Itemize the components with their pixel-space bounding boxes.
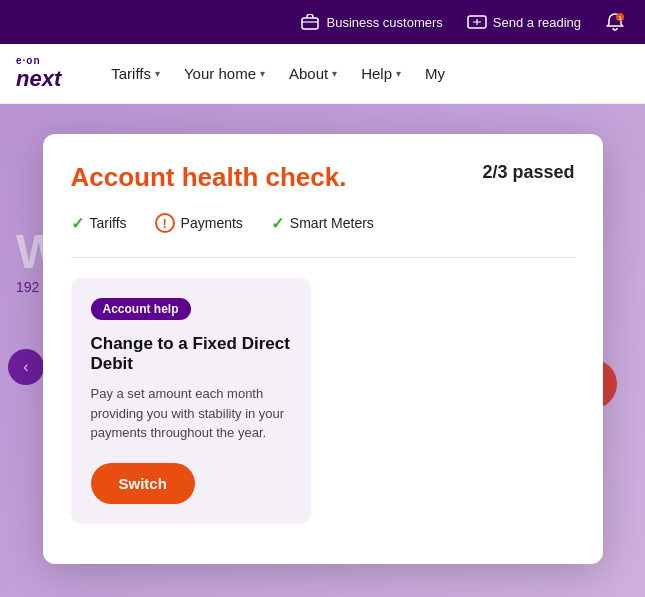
nav-tariffs-label: Tariffs [111, 65, 151, 82]
modal-score: 2/3 passed [482, 162, 574, 183]
chevron-down-icon: ▾ [260, 68, 265, 79]
business-customers-link[interactable]: Business customers [300, 12, 442, 32]
switch-button[interactable]: Switch [91, 463, 195, 504]
send-reading-label: Send a reading [493, 15, 581, 30]
health-check-modal: Account health check. 2/3 passed ✓ Tarif… [43, 134, 603, 564]
logo-eon: e·on [16, 55, 61, 66]
modal-checks: ✓ Tariffs ! Payments ✓ Smart Meters [71, 213, 575, 233]
modal-title: Account health check. [71, 162, 347, 193]
check-payments-label: Payments [181, 215, 243, 231]
chevron-down-icon: ▾ [396, 68, 401, 79]
check-tariffs-label: Tariffs [90, 215, 127, 231]
business-customers-label: Business customers [326, 15, 442, 30]
nav-tariffs[interactable]: Tariffs ▾ [101, 57, 170, 90]
logo-next: next [16, 66, 61, 92]
card-description: Pay a set amount each month providing yo… [91, 384, 291, 443]
card-tag: Account help [91, 298, 191, 320]
check-tariffs: ✓ Tariffs [71, 214, 127, 233]
card-title: Change to a Fixed Direct Debit [91, 334, 291, 374]
modal-overlay: Account health check. 2/3 passed ✓ Tarif… [0, 104, 645, 597]
notification-wrapper: 1 [605, 12, 625, 32]
checkmark-icon: ✓ [271, 214, 284, 233]
logo[interactable]: e·on next [16, 55, 61, 92]
nav-help[interactable]: Help ▾ [351, 57, 411, 90]
check-smart-meters: ✓ Smart Meters [271, 214, 374, 233]
nav-your-home[interactable]: Your home ▾ [174, 57, 275, 90]
checkmark-icon: ✓ [71, 214, 84, 233]
svg-rect-0 [302, 18, 318, 29]
nav-my-label: My [425, 65, 445, 82]
modal-header: Account health check. 2/3 passed [71, 162, 575, 193]
warning-icon: ! [155, 213, 175, 233]
chevron-down-icon: ▾ [332, 68, 337, 79]
nav-links: Tariffs ▾ Your home ▾ About ▾ Help ▾ My [101, 57, 629, 90]
nav-bar: e·on next Tariffs ▾ Your home ▾ About ▾ … [0, 44, 645, 104]
divider [71, 257, 575, 258]
nav-about-label: About [289, 65, 328, 82]
svg-text:1: 1 [618, 15, 621, 21]
nav-your-home-label: Your home [184, 65, 256, 82]
nav-about[interactable]: About ▾ [279, 57, 347, 90]
nav-help-label: Help [361, 65, 392, 82]
check-smart-meters-label: Smart Meters [290, 215, 374, 231]
notifications-link[interactable]: 1 [605, 12, 625, 32]
send-reading-link[interactable]: Send a reading [467, 12, 581, 32]
chevron-down-icon: ▾ [155, 68, 160, 79]
check-payments: ! Payments [155, 213, 243, 233]
nav-my[interactable]: My [415, 57, 455, 90]
meter-icon [467, 12, 487, 32]
top-bar: Business customers Send a reading 1 [0, 0, 645, 44]
briefcase-icon [300, 12, 320, 32]
account-help-card: Account help Change to a Fixed Direct De… [71, 278, 311, 524]
